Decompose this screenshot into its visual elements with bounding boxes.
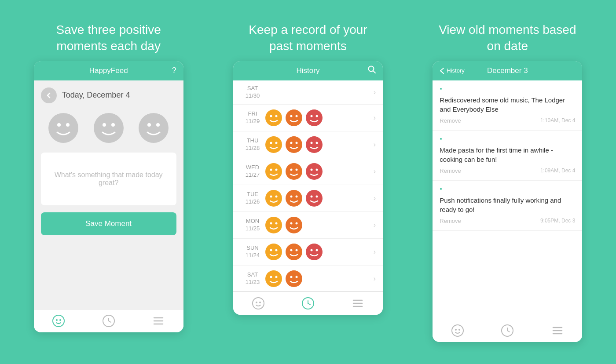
svg-point-41 (286, 163, 302, 180)
svg-point-2 (66, 123, 70, 127)
nav-clock-icon[interactable] (99, 314, 118, 328)
phone-2-header: History (233, 61, 383, 80)
date-nav: Today, December 4 (41, 87, 176, 103)
chevron-right-icon: › (374, 88, 376, 96)
chevron-right-icon: › (374, 141, 376, 149)
section-1-title: Save three positive moments each day (38, 22, 179, 54)
history-row-wed1127[interactable]: WED11/27 › (233, 158, 383, 185)
moment-3-meta: Remove 9:05PM, Dec 3 (440, 218, 575, 224)
phone-3-header-title: December 3 (487, 66, 528, 75)
svg-point-28 (315, 115, 318, 117)
svg-point-31 (275, 142, 277, 144)
back-to-history[interactable]: History (440, 67, 464, 74)
svg-point-63 (270, 249, 272, 251)
moment-2-remove[interactable]: Remove (440, 167, 461, 174)
svg-point-51 (290, 195, 292, 197)
nav-menu-icon[interactable] (548, 324, 567, 338)
moment-3-remove[interactable]: Remove (440, 218, 461, 224)
phone-3-nav (433, 319, 582, 342)
phone-1-header: HappyFeed ? (34, 61, 183, 80)
svg-point-42 (290, 168, 292, 171)
history-date-sat1123: SAT11/23 (240, 271, 265, 286)
svg-point-69 (310, 249, 312, 251)
section-2-title: Keep a record of your past moments (238, 22, 378, 54)
phone-1-header-title: HappyFeed (89, 66, 128, 75)
svg-point-26 (306, 109, 323, 126)
svg-point-21 (270, 115, 272, 117)
chevron-right-icon: › (374, 114, 376, 122)
nav-menu-icon[interactable] (149, 314, 168, 328)
history-row-fri1129[interactable]: FRI11/29 › (233, 105, 383, 131)
svg-point-1 (57, 123, 61, 127)
moment-1-remove[interactable]: Remove (440, 117, 461, 124)
svg-point-74 (286, 270, 302, 287)
svg-point-47 (265, 190, 282, 207)
svg-point-4 (103, 123, 106, 127)
nav-clock-active-icon[interactable] (298, 296, 318, 310)
detail-list: " Rediscovered some old music, The Lodge… (433, 80, 582, 231)
nav-clock-icon[interactable] (498, 324, 517, 338)
history-date-tue1126: TUE11/26 (240, 191, 265, 206)
svg-point-86 (452, 325, 463, 336)
section-3-title: View old moments based on date (437, 22, 578, 54)
empty-emoji-1 (48, 112, 79, 144)
phone-1-content: Today, December 4 (34, 80, 183, 309)
history-date-sun1124: SUN11/24 (240, 244, 265, 259)
svg-point-53 (306, 190, 323, 207)
svg-point-56 (265, 217, 282, 233)
quote-icon-1: " (440, 87, 575, 94)
history-row-sun1124[interactable]: SUN11/24 › (233, 239, 383, 266)
svg-point-32 (286, 136, 302, 153)
svg-point-68 (306, 244, 323, 260)
help-icon[interactable]: ? (172, 66, 176, 75)
history-row-tue1126[interactable]: TUE11/26 › (233, 185, 383, 212)
svg-point-25 (295, 115, 297, 117)
search-icon[interactable] (368, 66, 376, 76)
svg-point-6 (139, 113, 169, 143)
section-1: Save three positive moments each day Hap… (18, 22, 199, 332)
history-row-sat1130[interactable]: SAT11/30 › (233, 80, 383, 105)
nav-menu-icon[interactable] (348, 296, 367, 310)
svg-point-66 (290, 249, 292, 251)
moment-3: " Push notifications finally fully worki… (433, 181, 582, 231)
moment-1-text: Rediscovered some old music, The Lodger … (440, 95, 575, 114)
quote-icon-2: " (440, 137, 575, 144)
svg-point-24 (290, 115, 292, 117)
phone-2-nav (233, 291, 383, 315)
save-moment-button[interactable]: Save Moment (41, 212, 176, 235)
chevron-right-icon: › (374, 275, 376, 283)
moment-1-time: 1:10AM, Dec 4 (540, 117, 575, 124)
svg-point-71 (265, 270, 282, 287)
history-emojis-mon1125 (265, 216, 370, 234)
svg-point-57 (270, 222, 272, 224)
svg-point-72 (270, 276, 272, 278)
history-row-sat1123[interactable]: SAT11/23 › (233, 266, 383, 291)
main-container: Save three positive moments each day Hap… (0, 13, 616, 351)
svg-line-14 (109, 321, 111, 322)
history-date-thu1128: THU11/28 (240, 137, 265, 152)
history-date-fri1129: FRI11/29 (240, 110, 265, 125)
nav-home-icon[interactable] (249, 296, 268, 310)
svg-point-67 (295, 249, 297, 251)
svg-point-38 (265, 163, 282, 180)
history-row-mon1125[interactable]: MON11/25 › (233, 212, 383, 239)
svg-point-11 (59, 319, 61, 321)
emoji-row-placeholder (41, 112, 176, 144)
empty-emoji-2 (93, 112, 125, 144)
section-3: View old moments based on date History D… (417, 22, 598, 342)
svg-point-52 (295, 195, 297, 197)
nav-home-icon[interactable] (448, 324, 467, 338)
svg-point-55 (315, 195, 318, 197)
svg-point-8 (156, 123, 160, 127)
text-input-area[interactable]: What's something that made today great? (41, 153, 176, 205)
back-button[interactable] (41, 87, 57, 103)
history-row-thu1128[interactable]: THU11/28 › (233, 131, 383, 158)
moment-1-meta: Remove 1:10AM, Dec 4 (440, 117, 575, 124)
phone-2-header-title: History (297, 66, 320, 75)
svg-point-59 (286, 217, 302, 233)
svg-point-0 (48, 113, 78, 143)
nav-home-icon[interactable] (49, 314, 68, 328)
moment-2-text: Made pasta for the first time in awhile … (440, 146, 575, 164)
chevron-right-icon: › (374, 248, 376, 256)
section-2: Keep a record of your past moments Histo… (217, 22, 399, 315)
